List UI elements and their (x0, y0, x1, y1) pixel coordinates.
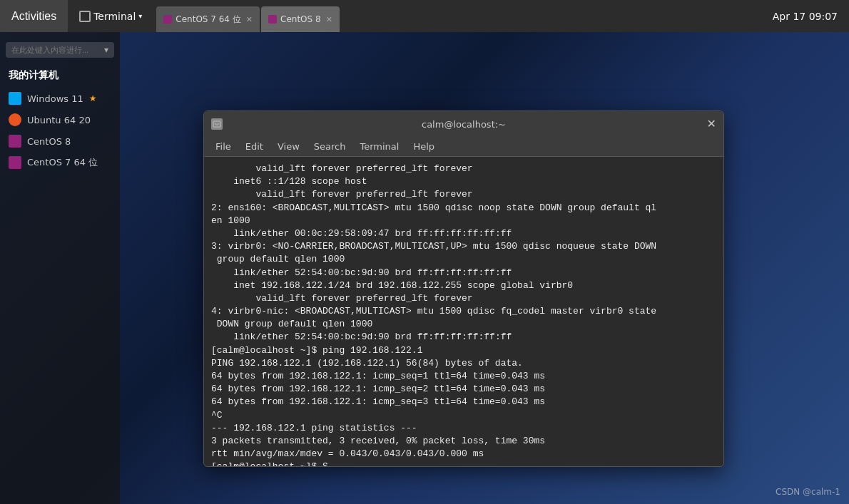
sidebar-item-windows11[interactable]: Windows 11 ★ (0, 88, 120, 109)
terminal-body[interactable]: valid_lft forever preferred_lft forever … (204, 157, 723, 466)
topbar-tab-centos8[interactable]: CentOS 8 ✕ (261, 6, 340, 32)
tab-label-centos8: CentOS 8 (280, 14, 321, 24)
sidebar-item-centos8-label: CentOS 8 (27, 136, 71, 147)
sidebar-item-ubuntu6420[interactable]: Ubuntu 64 20 (0, 109, 120, 130)
menu-edit[interactable]: Edit (240, 140, 269, 153)
topbar: Activities Terminal ▾ CentOS 7 64 位 ✕ Ce… (0, 0, 849, 32)
centos764-icon (9, 156, 21, 169)
terminal-app-button[interactable]: Terminal ▾ (73, 0, 148, 32)
desktop: Activities Terminal ▾ CentOS 7 64 位 ✕ Ce… (0, 0, 849, 504)
ubuntu-icon (9, 113, 21, 126)
star-icon-windows11: ★ (89, 93, 97, 103)
sidebar-item-centos764[interactable]: CentOS 7 64 位 (0, 152, 120, 173)
terminal-close-button[interactable]: ✕ (707, 118, 716, 130)
terminal-app-icon (79, 11, 91, 22)
topbar-tab-centos7[interactable]: CentOS 7 64 位 ✕ (156, 6, 260, 32)
windows-icon (9, 92, 21, 105)
menu-help[interactable]: Help (407, 140, 440, 153)
tab-close-centos8[interactable]: ✕ (326, 15, 332, 24)
activities-button[interactable]: Activities (0, 0, 68, 32)
tab-label-centos7: CentOS 7 64 位 (176, 14, 240, 26)
sidebar-item-centos8[interactable]: CentOS 8 (0, 130, 120, 152)
sidebar-item-ubuntu6420-label: Ubuntu 64 20 (27, 115, 91, 125)
terminal-title: calm@localhost:~ (422, 119, 506, 130)
terminal-app-dropdown-icon: ▾ (138, 12, 142, 20)
tab-close-centos7[interactable]: ✕ (246, 15, 253, 24)
csdn-watermark: CSDN @calm-1 (776, 487, 840, 497)
sidebar: ▾ 我的计算机 Windows 11 ★ Ubuntu 64 20 CentOS… (0, 32, 120, 504)
terminal-window-icon (211, 118, 223, 130)
menu-search[interactable]: Search (308, 140, 352, 153)
sidebar-search-input[interactable] (11, 46, 104, 54)
sidebar-item-windows11-label: Windows 11 (27, 93, 83, 104)
menu-file[interactable]: File (210, 140, 237, 153)
sidebar-search-dropdown-icon: ▾ (104, 45, 108, 55)
terminal-window: calm@localhost:~ ✕ File Edit View Search… (203, 110, 724, 467)
tab-icon-centos7 (163, 15, 172, 24)
tab-icon-centos8 (268, 15, 277, 24)
sidebar-item-centos764-label: CentOS 7 64 位 (27, 156, 98, 169)
svg-rect-0 (213, 121, 220, 127)
centos8-icon (9, 135, 21, 148)
menu-view[interactable]: View (272, 140, 305, 153)
clock: Apr 17 09:07 (773, 11, 849, 22)
topbar-left: Activities Terminal ▾ CentOS 7 64 位 ✕ Ce… (0, 0, 340, 32)
menu-terminal[interactable]: Terminal (354, 140, 405, 153)
sidebar-title: 我的计算机 (0, 63, 120, 88)
topbar-tabs: CentOS 7 64 位 ✕ CentOS 8 ✕ (156, 0, 340, 32)
terminal-titlebar: calm@localhost:~ ✕ (204, 111, 723, 137)
terminal-menubar: File Edit View Search Terminal Help (204, 137, 723, 157)
terminal-app-label-text: Terminal (93, 11, 136, 22)
sidebar-search-bar[interactable]: ▾ (6, 42, 114, 58)
